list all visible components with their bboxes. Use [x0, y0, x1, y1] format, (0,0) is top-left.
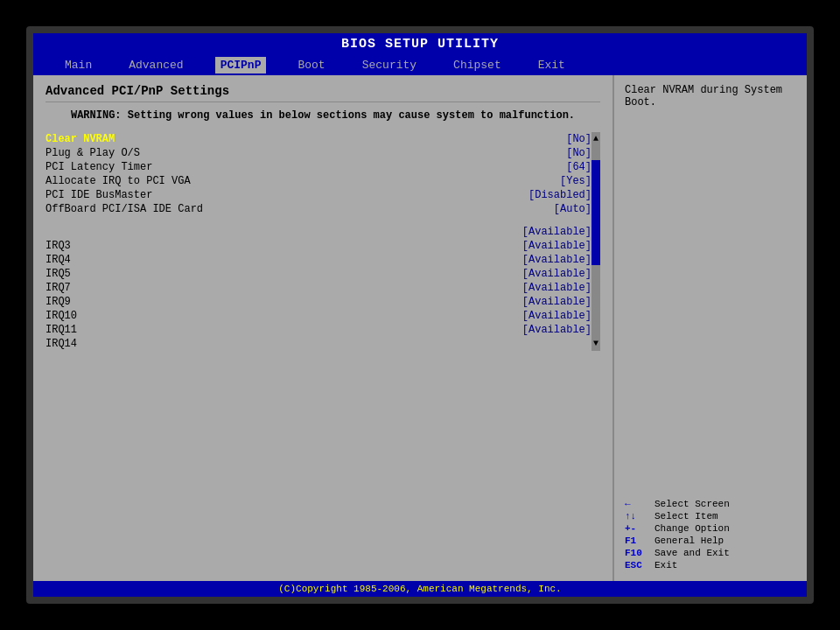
nav-pcipnp[interactable]: PCIPnP [215, 57, 267, 74]
key-row-save: F10 Save and Exit [625, 548, 796, 558]
setting-name-irq10: IRQ10 [46, 310, 77, 322]
scrollbar-thumb[interactable] [592, 160, 600, 265]
setting-irq10[interactable]: IRQ10 [Available] [46, 309, 592, 323]
right-panel: Clear NVRAM during System Boot. ← Select… [614, 75, 807, 581]
key-desc-item: Select Item [654, 511, 718, 522]
setting-name-irq5: IRQ5 [46, 268, 71, 280]
bios-monitor: BIOS SETUP UTILITY Main Advanced PCIPnP … [26, 26, 814, 604]
setting-value-irq-blank: [Available] [522, 226, 592, 238]
nav-security[interactable]: Security [357, 57, 422, 74]
setting-value-irq3: [Available] [522, 240, 592, 252]
setting-name-irq9: IRQ9 [46, 296, 71, 308]
setting-irq4[interactable]: IRQ4 [Available] [46, 253, 592, 267]
footer: (C)Copyright 1985-2006, American Megatre… [33, 581, 807, 597]
setting-name-pci-latency: PCI Latency Timer [46, 161, 152, 173]
nav-chipset[interactable]: Chipset [448, 57, 507, 74]
setting-irq-blank: [Available] [46, 225, 592, 239]
key-desc-screen: Select Screen [654, 499, 730, 509]
bios-title: BIOS SETUP UTILITY [33, 33, 807, 55]
setting-name-irq3: IRQ3 [46, 240, 71, 252]
key-row-screen: ← Select Screen [625, 499, 796, 509]
setting-value-offboard: [Auto] [554, 203, 592, 215]
setting-offboard[interactable]: OffBoard PCI/ISA IDE Card [Auto] [46, 202, 592, 216]
setting-name-irq11: IRQ11 [46, 324, 77, 336]
setting-name-irq7: IRQ7 [46, 282, 71, 294]
nav-exit[interactable]: Exit [533, 57, 570, 74]
key-desc-save: Save and Exit [654, 548, 730, 558]
setting-value-pci-latency: [64] [566, 161, 592, 173]
setting-pci-latency[interactable]: PCI Latency Timer [64] [46, 160, 592, 174]
setting-name-offboard: OffBoard PCI/ISA IDE Card [46, 203, 203, 215]
setting-irq9[interactable]: IRQ9 [Available] [46, 295, 592, 309]
scrollbar[interactable]: ▲ ▼ [592, 132, 600, 351]
key-row-item: ↑↓ Select Item [625, 511, 796, 522]
key-row-esc: ESC Exit [625, 560, 796, 570]
setting-value-irq5: [Available] [522, 268, 592, 280]
key-symbol-plusminus: +- [625, 523, 649, 534]
setting-clear-nvram[interactable]: Clear NVRAM [No] [46, 132, 592, 146]
key-symbol-f10: F10 [625, 548, 649, 558]
setting-value-irq9: [Available] [522, 296, 592, 308]
section-title: Advanced PCI/PnP Settings [46, 84, 600, 98]
setting-name-irq14: IRQ14 [46, 338, 77, 350]
left-panel: Advanced PCI/PnP Settings WARNING: Setti… [33, 75, 614, 581]
setting-name-irq4: IRQ4 [46, 254, 71, 266]
settings-area: Clear NVRAM [No] Plug & Play O/S [No] PC… [46, 132, 592, 351]
scroll-down-arrow[interactable]: ▼ [593, 337, 598, 351]
setting-value-pnp-os: [No] [566, 147, 592, 159]
left-content: Clear NVRAM [No] Plug & Play O/S [No] PC… [46, 132, 600, 351]
key-desc-esc: Exit [654, 560, 677, 570]
key-help: ← Select Screen ↑↓ Select Item +- Change… [625, 499, 796, 572]
setting-pnp-os[interactable]: Plug & Play O/S [No] [46, 146, 592, 160]
setting-alloc-irq[interactable]: Allocate IRQ to PCI VGA [Yes] [46, 174, 592, 188]
nav-boot[interactable]: Boot [292, 57, 330, 74]
setting-name-alloc-irq: Allocate IRQ to PCI VGA [46, 175, 191, 187]
setting-value-irq11: [Available] [522, 324, 592, 336]
help-text: Clear NVRAM during System Boot. [625, 84, 796, 108]
content-area: Advanced PCI/PnP Settings WARNING: Setti… [33, 75, 807, 581]
key-row-option: +- Change Option [625, 523, 796, 534]
key-desc-help: General Help [654, 536, 724, 546]
setting-irq14[interactable]: IRQ14 [46, 337, 592, 351]
setting-pci-ide[interactable]: PCI IDE BusMaster [Disabled] [46, 188, 592, 202]
nav-main[interactable]: Main [60, 57, 97, 74]
setting-value-irq4: [Available] [522, 254, 592, 266]
setting-spacer [46, 216, 592, 225]
key-symbol-esc: ESC [625, 560, 649, 570]
setting-irq3[interactable]: IRQ3 [Available] [46, 239, 592, 253]
nav-bar: Main Advanced PCIPnP Boot Security Chips… [33, 55, 807, 75]
key-symbol-arrow: ← [625, 499, 649, 509]
setting-value-irq7: [Available] [522, 282, 592, 294]
setting-name-pnp-os: Plug & Play O/S [46, 147, 140, 159]
scroll-up-arrow[interactable]: ▲ [593, 132, 598, 146]
setting-name-pci-ide: PCI IDE BusMaster [46, 189, 152, 201]
setting-value-alloc-irq: [Yes] [560, 175, 592, 187]
setting-value-clear-nvram: [No] [566, 133, 592, 145]
divider [46, 102, 600, 102]
warning-text: WARNING: Setting wrong values in below s… [46, 109, 600, 122]
key-desc-option: Change Option [654, 523, 730, 534]
nav-advanced[interactable]: Advanced [123, 57, 188, 74]
setting-irq5[interactable]: IRQ5 [Available] [46, 267, 592, 281]
setting-name-clear-nvram: Clear NVRAM [46, 133, 115, 145]
setting-irq11[interactable]: IRQ11 [Available] [46, 323, 592, 337]
key-symbol-f1: F1 [625, 536, 649, 546]
setting-value-pci-ide: [Disabled] [528, 189, 592, 201]
setting-value-irq10: [Available] [522, 310, 592, 322]
key-row-help: F1 General Help [625, 536, 796, 546]
key-symbol-updown: ↑↓ [625, 511, 649, 522]
setting-irq7[interactable]: IRQ7 [Available] [46, 281, 592, 295]
settings-table: Clear NVRAM [No] Plug & Play O/S [No] PC… [46, 132, 592, 351]
